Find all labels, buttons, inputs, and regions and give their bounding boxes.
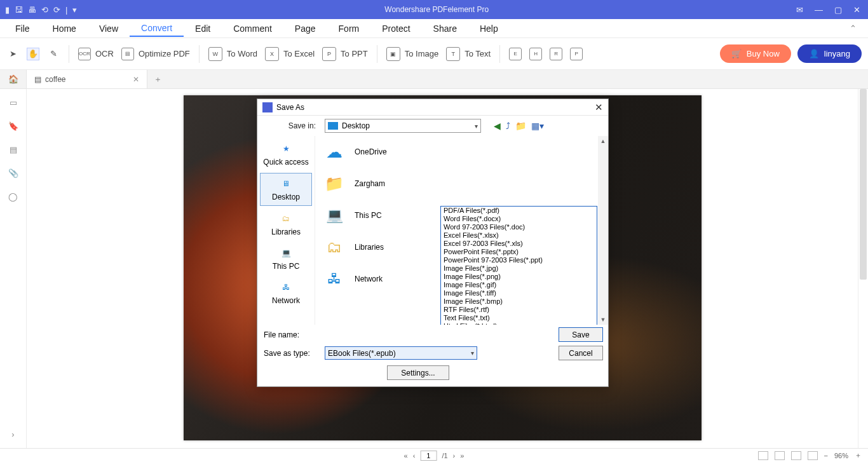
menu-share[interactable]: Share: [422, 21, 468, 36]
type-option[interactable]: Text Files(*.txt): [441, 314, 597, 322]
folder-list[interactable]: ☁OneDrive 📁Zargham 💻This PC 🗂Libraries 🖧…: [315, 136, 608, 325]
menu-comment[interactable]: Comment: [222, 21, 283, 36]
to-excel-button[interactable]: XTo Excel: [265, 47, 315, 61]
view-menu-icon[interactable]: ▦▾: [531, 121, 544, 131]
type-option[interactable]: Word Files(*.docx): [441, 215, 597, 223]
menu-file[interactable]: File: [4, 21, 41, 36]
comments-icon[interactable]: ▤: [10, 145, 17, 154]
nav-network[interactable]: 🖧Network: [260, 277, 312, 309]
menu-protect[interactable]: Protect: [370, 21, 421, 36]
view-continuous-icon[interactable]: [775, 451, 785, 460]
menu-home[interactable]: Home: [41, 21, 88, 36]
vertical-scrollbar[interactable]: [858, 89, 868, 448]
type-option[interactable]: Excel 97-2003 Files(*.xls): [441, 240, 597, 248]
to-html-icon[interactable]: H: [529, 48, 542, 60]
nav-back-icon[interactable]: ◀: [494, 121, 501, 131]
zoom-in-icon[interactable]: ＋: [855, 451, 862, 460]
user-account-button[interactable]: 👤linyang: [797, 44, 862, 63]
save-in-dropdown[interactable]: Desktop ▾: [325, 119, 481, 133]
save-button[interactable]: Save: [559, 327, 603, 342]
save-icon[interactable]: 🖫: [15, 5, 23, 15]
type-option[interactable]: Image Files(*.tiff): [441, 289, 597, 297]
ribbon-toolbar: ➤ ✋ ✎ OCROCR ▤Optimize PDF WTo Word XTo …: [0, 38, 868, 70]
save-as-type-options[interactable]: PDF/A Files(*.pdf) Word Files(*.docx) Wo…: [440, 206, 597, 325]
to-ppt-button[interactable]: PTo PPT: [322, 47, 368, 61]
zoom-out-icon[interactable]: −: [824, 452, 828, 459]
type-option[interactable]: Excel Files(*.xlsx): [441, 231, 597, 240]
select-tool-icon[interactable]: ➤: [6, 48, 19, 60]
collapse-ribbon-icon[interactable]: ⌃: [850, 24, 864, 33]
close-tab-icon[interactable]: ✕: [133, 75, 139, 84]
cancel-button[interactable]: Cancel: [559, 346, 603, 360]
to-image-button[interactable]: ▣To Image: [386, 47, 438, 61]
nav-up-icon[interactable]: ⤴: [506, 121, 510, 131]
view-two-continuous-icon[interactable]: [808, 451, 818, 460]
menu-convert[interactable]: Convert: [130, 20, 184, 37]
nav-quick-access[interactable]: ★Quick access: [260, 139, 312, 170]
view-single-icon[interactable]: [758, 451, 768, 460]
redo-icon[interactable]: ⟳: [53, 5, 60, 15]
list-scrollbar[interactable]: ▲▼: [598, 136, 608, 325]
page-current-input[interactable]: [420, 451, 437, 461]
to-epub-icon[interactable]: E: [509, 48, 522, 60]
type-option[interactable]: PowerPoint 97-2003 Files(*.ppt): [441, 256, 597, 264]
prev-page-icon[interactable]: ‹: [413, 452, 416, 459]
maximize-icon[interactable]: ▢: [834, 5, 842, 15]
document-tab[interactable]: ▤coffee ✕: [27, 70, 147, 88]
new-folder-icon[interactable]: 📁: [515, 121, 526, 131]
type-option[interactable]: PowerPoint Files(*.pptx): [441, 248, 597, 256]
type-option[interactable]: Html Files(*.html): [441, 322, 597, 325]
type-option[interactable]: PDF/A Files(*.pdf): [441, 207, 597, 215]
menu-edit[interactable]: Edit: [184, 21, 222, 36]
home-tab-icon[interactable]: 🏠: [0, 70, 27, 88]
attachments-icon[interactable]: 📎: [8, 168, 18, 178]
type-option[interactable]: Word 97-2003 Files(*.doc): [441, 223, 597, 231]
edit-tool-icon[interactable]: ✎: [47, 48, 60, 60]
menu-help[interactable]: Help: [468, 21, 510, 36]
expand-side-icon[interactable]: ›: [11, 430, 14, 439]
chevron-down-icon: ▾: [471, 350, 474, 357]
minimize-icon[interactable]: —: [815, 5, 823, 15]
close-window-icon[interactable]: ✕: [853, 5, 860, 15]
optimize-pdf-button[interactable]: ▤Optimize PDF: [121, 48, 190, 60]
menu-page[interactable]: Page: [283, 21, 327, 36]
save-as-type-value: EBook Files(*.epub): [328, 349, 396, 358]
buy-now-button[interactable]: 🛒Buy Now: [720, 44, 791, 63]
save-in-value: Desktop: [342, 121, 370, 130]
type-option[interactable]: Image Files(*.gif): [441, 281, 597, 289]
type-option[interactable]: Image Files(*.jpg): [441, 264, 597, 273]
type-option[interactable]: Image Files(*.png): [441, 273, 597, 281]
menu-form[interactable]: Form: [327, 21, 371, 36]
to-rtf-icon[interactable]: R: [550, 48, 562, 60]
undo-icon[interactable]: ⟲: [41, 5, 48, 15]
to-pdfa-icon[interactable]: P: [570, 48, 583, 60]
left-side-toolbar: ▭ 🔖 ▤ 📎 ◯ ›: [0, 89, 27, 448]
type-option[interactable]: RTF Files(*.rtf): [441, 306, 597, 314]
menu-view[interactable]: View: [88, 21, 130, 36]
next-page-icon[interactable]: ›: [453, 452, 456, 459]
next-page-outer-icon[interactable]: »: [460, 452, 464, 459]
nav-this-pc[interactable]: 💻This PC: [260, 243, 312, 275]
type-option[interactable]: Image Files(*.bmp): [441, 297, 597, 306]
page-total: /1: [442, 452, 447, 459]
dialog-close-icon[interactable]: ✕: [595, 102, 603, 113]
print-icon[interactable]: 🖶: [28, 5, 36, 15]
settings-button[interactable]: Settings...: [387, 365, 449, 380]
list-item: 📁Zargham: [315, 168, 608, 200]
dialog-titlebar: Save As ✕: [257, 99, 608, 116]
bookmarks-icon[interactable]: 🔖: [8, 121, 18, 131]
ocr-button[interactable]: OCROCR: [78, 48, 114, 60]
thumbnails-icon[interactable]: ▭: [10, 98, 17, 107]
view-two-page-icon[interactable]: [791, 451, 801, 460]
hand-tool-icon[interactable]: ✋: [27, 48, 39, 60]
mail-icon[interactable]: ✉: [796, 5, 803, 15]
nav-libraries[interactable]: 🗂Libraries: [260, 208, 312, 240]
prev-page-outer-icon[interactable]: «: [404, 452, 408, 459]
add-tab-icon[interactable]: ＋: [147, 74, 168, 85]
nav-desktop[interactable]: 🖥Desktop: [260, 173, 312, 206]
to-text-button[interactable]: TTo Text: [446, 47, 491, 61]
chat-icon[interactable]: ◯: [8, 192, 18, 201]
to-word-button[interactable]: WTo Word: [208, 47, 257, 61]
save-as-type-dropdown[interactable]: EBook Files(*.epub) ▾: [325, 346, 477, 360]
quick-more-icon[interactable]: ▾: [72, 5, 77, 15]
